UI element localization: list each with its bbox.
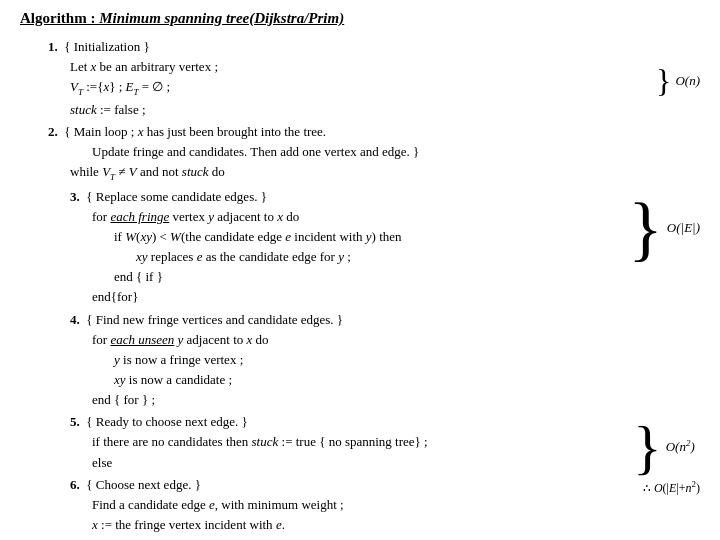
page-container: Algorithm : Minimum spanning tree(Dijkst… bbox=[20, 10, 700, 540]
step-3: 3. { Replace some candidate edges. } for… bbox=[20, 187, 600, 308]
brace-oe: } bbox=[628, 192, 663, 264]
algorithm-body: 1. { Initialization } Let x be an arbitr… bbox=[20, 37, 700, 540]
complexity-on: } O(n) bbox=[656, 65, 700, 97]
label-oe: O(|E|) bbox=[667, 220, 700, 236]
step-2: 2. { Main loop ; x has just been brought… bbox=[20, 122, 600, 185]
title-prefix: Algorithm : bbox=[20, 10, 99, 26]
complexity-on2: } O(n2) ∴ O(|E|+n2) bbox=[633, 417, 700, 496]
label-on2: O(n2) bbox=[666, 438, 695, 455]
step-4: 4. { Find new fringe vertices and candid… bbox=[20, 310, 600, 411]
step-5: 5. { Ready to choose next edge. } if the… bbox=[20, 412, 600, 472]
step-1: 1. { Initialization } Let x be an arbitr… bbox=[20, 37, 600, 120]
complexity-oe: } O(|E|) bbox=[628, 192, 700, 264]
label-on: O(n) bbox=[675, 73, 700, 89]
title: Algorithm : Minimum spanning tree(Dijkst… bbox=[20, 10, 700, 27]
title-main: Minimum spanning tree(Dijkstra/Prim) bbox=[99, 10, 344, 26]
brace-on: } bbox=[656, 65, 671, 97]
label-total: ∴ O(|E|+n2) bbox=[643, 481, 700, 495]
algo-steps: 1. { Initialization } Let x be an arbitr… bbox=[20, 37, 600, 540]
step-6: 6. { Choose next edge. } Find a candidat… bbox=[20, 475, 600, 540]
brace-on2: } bbox=[633, 417, 662, 477]
